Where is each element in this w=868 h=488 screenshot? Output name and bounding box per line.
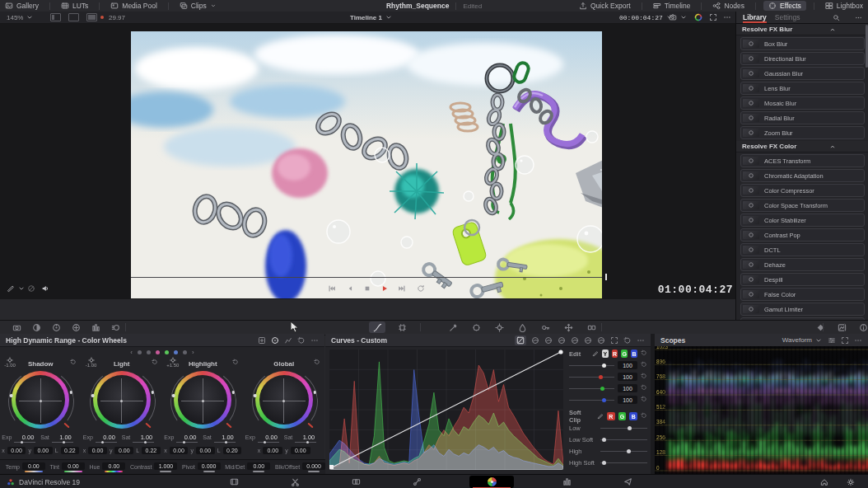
page-button-color[interactable]	[469, 476, 514, 488]
tool-keyframes[interactable]	[812, 321, 828, 333]
wheel-page-dot-1[interactable]	[138, 350, 142, 354]
scope-mode-select[interactable]: Waveform	[782, 336, 823, 345]
scope-options-icon[interactable]	[854, 336, 862, 345]
fx-item-directional-blur[interactable]: Directional Blur	[740, 52, 865, 65]
fx-item-gaussian-blur[interactable]: Gaussian Blur	[740, 67, 865, 80]
param-tint[interactable]: Tint0.00	[50, 462, 85, 472]
color-wheel[interactable]	[89, 370, 155, 431]
topbar-button-quick-export[interactable]: Quick Export	[574, 0, 636, 12]
play-button[interactable]	[380, 284, 389, 294]
wheel-page-dot-3[interactable]	[156, 350, 160, 354]
bypass-grades-icon[interactable]	[27, 284, 35, 294]
edit-slider-value[interactable]: 100	[618, 384, 637, 392]
fx-item-false-color[interactable]: False Color	[740, 288, 865, 301]
tool-qualifier[interactable]	[445, 321, 461, 333]
edit-slider-handle[interactable]	[599, 375, 603, 379]
wheel-page-dot-5[interactable]	[174, 350, 178, 354]
chevron-down-icon[interactable]	[17, 284, 26, 294]
wheel-page-dot-4[interactable]	[165, 350, 169, 354]
color-viewer-button[interactable]	[694, 12, 702, 23]
coord-value[interactable]: 0.22	[61, 447, 80, 454]
library-section-header[interactable]: Resolve FX Color	[736, 141, 868, 152]
wheel-falloff[interactable]: -1.00	[86, 357, 97, 368]
topbar-button-effects[interactable]: Effects	[763, 1, 806, 11]
soft-slider-handle[interactable]	[627, 449, 631, 453]
fx-item-dehaze[interactable]: Dehaze	[740, 258, 865, 271]
project-manager-icon[interactable]	[820, 478, 828, 486]
custom-curve-icon[interactable]	[515, 336, 526, 345]
fx-item-color-space-transform[interactable]: Color Space Transform	[740, 199, 865, 212]
reset-icon[interactable]	[641, 396, 647, 404]
wheel-slider[interactable]: Exp0.00	[164, 434, 203, 443]
reset-icon[interactable]	[641, 361, 647, 369]
wheel-falloff[interactable]: -1.00	[4, 357, 16, 368]
channel-button-b[interactable]: B	[631, 350, 637, 358]
page-button-fusion[interactable]	[408, 476, 425, 488]
color-wheel[interactable]	[170, 370, 236, 431]
fx-item-despill[interactable]: Despill	[740, 273, 865, 286]
coord-value[interactable]: 0.00	[34, 447, 53, 454]
zoom-select[interactable]: 145%	[7, 12, 34, 23]
wheel-page-next[interactable]: ›	[192, 349, 194, 356]
timeline-select[interactable]: Timeline 1	[350, 12, 393, 23]
fx-item-zoom-blur[interactable]: Zoom Blur	[740, 126, 865, 139]
fx-item-color-compressor[interactable]: Color Compressor	[740, 184, 865, 197]
coord-value[interactable]: 0.00	[88, 447, 107, 454]
tool-color-warper[interactable]	[394, 321, 410, 333]
soft-slider-handle[interactable]	[602, 461, 606, 465]
fx-item-mosaic-blur[interactable]: Mosaic Blur	[740, 96, 865, 110]
wheels-mode-icon[interactable]	[271, 336, 279, 345]
stop-button[interactable]	[363, 284, 371, 294]
edit-slider-track[interactable]	[569, 388, 614, 389]
reset-icon[interactable]	[641, 384, 647, 392]
tool-motion-effects[interactable]	[107, 321, 124, 333]
coord-value[interactable]: 0.00	[7, 447, 26, 454]
wheel-right-handle[interactable]	[313, 391, 316, 394]
coord-value[interactable]: 0.00	[114, 447, 133, 454]
grab-still-button[interactable]	[669, 12, 688, 23]
edit-slider-track[interactable]	[569, 400, 614, 401]
topbar-button-timeline[interactable]: Timeline	[648, 0, 696, 12]
fx-item-color-stabilizer[interactable]: Color Stabilizer	[740, 214, 865, 227]
curves-options-icon[interactable]	[637, 336, 645, 345]
tool-stereo-3d[interactable]	[583, 321, 600, 333]
coord-value[interactable]: 0.20	[223, 447, 242, 454]
lum-vs-sat-icon[interactable]	[571, 336, 579, 345]
wheel-right-handle[interactable]	[231, 391, 235, 394]
go-to-end-button[interactable]	[398, 284, 406, 294]
channel-button-g[interactable]: G	[621, 350, 628, 358]
library-options-icon[interactable]	[855, 14, 862, 21]
library-tab-library[interactable]: Library	[743, 12, 767, 23]
wheel-page-dot-2[interactable]	[147, 350, 151, 354]
page-button-fairlight[interactable]	[558, 476, 575, 488]
edit-slider-track[interactable]	[569, 377, 614, 378]
wheel-reset-icon[interactable]	[232, 359, 239, 367]
page-button-media[interactable]	[226, 476, 242, 488]
wheel-slider[interactable]: Exp0.00	[83, 434, 122, 443]
topbar-button-gallery[interactable]: Gallery	[0, 0, 44, 12]
viewer-playhead[interactable]	[605, 274, 607, 280]
reset-icon[interactable]	[641, 373, 647, 381]
wheel-right-handle[interactable]	[151, 391, 154, 394]
color-wheel[interactable]	[251, 370, 317, 431]
edit-slider-handle[interactable]	[602, 364, 606, 368]
expand-viewer-button[interactable]	[709, 12, 717, 23]
coord-value[interactable]: 0.00	[170, 447, 189, 454]
library-tab-settings[interactable]: Settings	[775, 12, 800, 23]
edit-slider-value[interactable]: 100	[618, 373, 637, 381]
fx-item-dctl[interactable]: DCTL	[740, 243, 865, 256]
annotate-icon[interactable]	[7, 284, 15, 294]
fx-item-box-blur[interactable]: Box Blur	[740, 37, 865, 50]
wheel-slider[interactable]: Exp0.00	[245, 434, 284, 443]
wheel-page-prev[interactable]: ‹	[130, 349, 133, 356]
single-viewer-icon[interactable]	[50, 13, 61, 21]
page-button-edit[interactable]	[348, 476, 364, 488]
tool-curves-tool[interactable]	[369, 321, 385, 333]
edit-slider-handle[interactable]	[600, 387, 604, 391]
settings-icon[interactable]	[847, 478, 855, 486]
hue-vs-lum-icon[interactable]	[558, 336, 566, 345]
wheel-slider[interactable]: Sat1.00	[203, 434, 241, 443]
wheel-right-handle[interactable]	[69, 391, 72, 394]
sat-vs-sat-icon[interactable]	[584, 336, 592, 345]
soft-channel-button-g[interactable]: G	[618, 412, 627, 420]
